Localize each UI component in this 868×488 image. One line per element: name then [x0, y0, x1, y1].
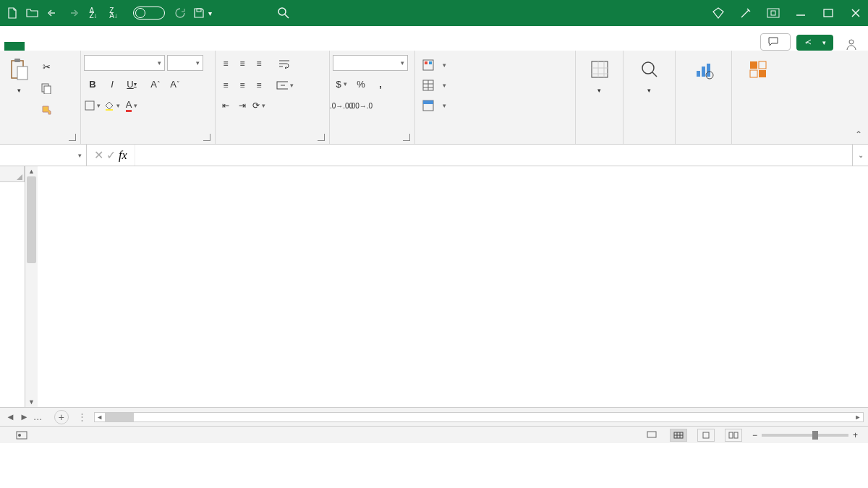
select-all-button[interactable] [0, 166, 25, 182]
scroll-down-icon[interactable]: ▼ [25, 397, 38, 407]
number-launcher-icon[interactable] [403, 134, 410, 141]
fill-color-icon[interactable] [103, 97, 121, 114]
align-top-icon[interactable]: ≡ [218, 56, 233, 71]
autosave-toggle[interactable] [129, 7, 165, 20]
add-sheet-button[interactable]: + [54, 410, 69, 424]
clipboard-launcher-icon[interactable] [69, 134, 76, 141]
sheet-nav-more-icon[interactable]: … [33, 411, 43, 422]
borders-icon[interactable] [84, 97, 101, 114]
cancel-formula-icon[interactable]: ✕ [94, 148, 103, 162]
increase-decimal-icon[interactable]: .0→.00 [333, 97, 350, 114]
qat-more-icon[interactable]: ▾ [208, 9, 212, 17]
tab-file[interactable] [4, 42, 25, 51]
diamond-icon[interactable] [712, 7, 725, 20]
accounting-format-icon[interactable]: $ [333, 75, 350, 93]
alignment-launcher-icon[interactable] [318, 134, 325, 141]
minimize-icon[interactable] [794, 7, 807, 20]
maximize-icon[interactable] [822, 7, 835, 20]
font-size-combo[interactable]: ▾ [167, 55, 203, 71]
format-painter-icon[interactable] [38, 101, 55, 119]
scroll-right-icon[interactable]: ► [853, 414, 863, 421]
expand-formula-bar-icon[interactable]: ⌄ [852, 145, 868, 166]
save-icon[interactable] [192, 7, 205, 20]
paste-button[interactable]: ▾ [3, 55, 35, 97]
svg-point-5 [849, 40, 854, 44]
formula-bar: ▾ ✕ ✓ fx ⌄ [0, 145, 868, 166]
zoom-out-button[interactable]: − [752, 430, 757, 440]
editing-button[interactable]: ▾ [634, 55, 665, 97]
shrink-font-icon[interactable]: A˅ [166, 75, 184, 93]
svg-point-21 [642, 62, 654, 74]
conditional-formatting-button[interactable]: ▾ [418, 58, 451, 72]
formula-input[interactable] [135, 145, 852, 166]
horizontal-scrollbar[interactable]: ◄ ► [94, 412, 864, 422]
font-name-combo[interactable]: ▾ [84, 55, 165, 71]
sort-desc-icon[interactable]: ZA↓ [107, 7, 120, 20]
align-middle-icon[interactable]: ≡ [235, 56, 250, 71]
sheet-nav-next-icon[interactable]: ► [20, 411, 29, 422]
svg-rect-19 [423, 100, 433, 104]
display-settings-button[interactable] [647, 431, 660, 440]
accept-formula-icon[interactable]: ✓ [106, 148, 116, 162]
fx-icon[interactable]: fx [119, 149, 127, 162]
view-page-layout-icon[interactable] [697, 429, 715, 442]
macro-record-icon[interactable] [16, 431, 27, 440]
wand-icon[interactable] [739, 7, 752, 20]
comments-button[interactable] [760, 33, 791, 51]
sheet-nav-prev-icon[interactable]: ◄ [6, 411, 15, 422]
collapse-ribbon-icon[interactable]: ⌃ [855, 129, 862, 140]
align-left-icon[interactable]: ≡ [218, 78, 233, 93]
font-launcher-icon[interactable] [203, 134, 210, 141]
analyze-data-button[interactable] [688, 55, 720, 87]
wrap-text-icon[interactable] [276, 55, 294, 72]
align-center-icon[interactable]: ≡ [235, 78, 250, 93]
decrease-decimal-icon[interactable]: .00→.0 [352, 97, 370, 114]
bold-button[interactable]: B [84, 75, 101, 93]
view-normal-icon[interactable] [670, 429, 687, 442]
zoom-slider[interactable] [762, 434, 848, 437]
percent-format-icon[interactable]: % [352, 75, 370, 93]
scroll-thumb[interactable] [27, 176, 36, 263]
orientation-icon[interactable]: ⟳ [252, 98, 266, 113]
search-icon[interactable] [277, 7, 290, 20]
view-page-break-icon[interactable] [725, 429, 742, 442]
comma-format-icon[interactable]: , [372, 75, 389, 93]
underline-button[interactable]: U▾ [123, 75, 140, 93]
scroll-up-icon[interactable]: ▲ [25, 166, 38, 176]
font-color-icon[interactable]: A [123, 97, 140, 114]
close-icon[interactable] [849, 7, 862, 20]
cells-button[interactable]: ▾ [584, 55, 616, 97]
svg-rect-4 [824, 9, 833, 17]
cut-icon[interactable]: ✂ [38, 58, 55, 75]
format-as-table-button[interactable]: ▾ [418, 78, 451, 93]
number-format-combo[interactable]: ▾ [333, 55, 408, 71]
spreadsheet-grid[interactable]: ▲ ▼ [0, 166, 868, 407]
border-bottom-icon[interactable]: A˄ [147, 75, 164, 93]
share-button[interactable]: ▾ [796, 35, 833, 51]
svg-rect-26 [750, 61, 757, 69]
merge-center-icon[interactable] [276, 77, 294, 94]
svg-rect-11 [85, 101, 94, 110]
name-box[interactable]: ▾ [0, 145, 87, 166]
svg-rect-34 [703, 432, 709, 438]
decrease-indent-icon[interactable]: ⇤ [218, 98, 233, 113]
sort-asc-icon[interactable]: AZ↓ [87, 7, 100, 20]
refresh-icon[interactable] [174, 7, 187, 20]
scroll-left-icon[interactable]: ◄ [95, 414, 105, 421]
italic-button[interactable]: I [103, 75, 121, 93]
hscroll-thumb[interactable] [105, 413, 134, 421]
copy-icon[interactable] [38, 80, 55, 97]
window-icon[interactable] [767, 7, 780, 20]
increase-indent-icon[interactable]: ⇥ [235, 98, 250, 113]
align-bottom-icon[interactable]: ≡ [252, 56, 266, 71]
align-right-icon[interactable]: ≡ [252, 78, 266, 93]
undo-icon[interactable] [46, 7, 59, 20]
redo-icon[interactable] [67, 7, 80, 20]
zoom-in-button[interactable]: + [853, 430, 858, 440]
cell-styles-button[interactable]: ▾ [418, 98, 451, 113]
open-file-icon[interactable] [26, 7, 39, 20]
vertical-scrollbar[interactable]: ▲ ▼ [25, 166, 38, 407]
account-icon[interactable] [845, 38, 858, 51]
new-file-icon[interactable] [6, 7, 19, 20]
addins-button[interactable] [742, 55, 774, 87]
